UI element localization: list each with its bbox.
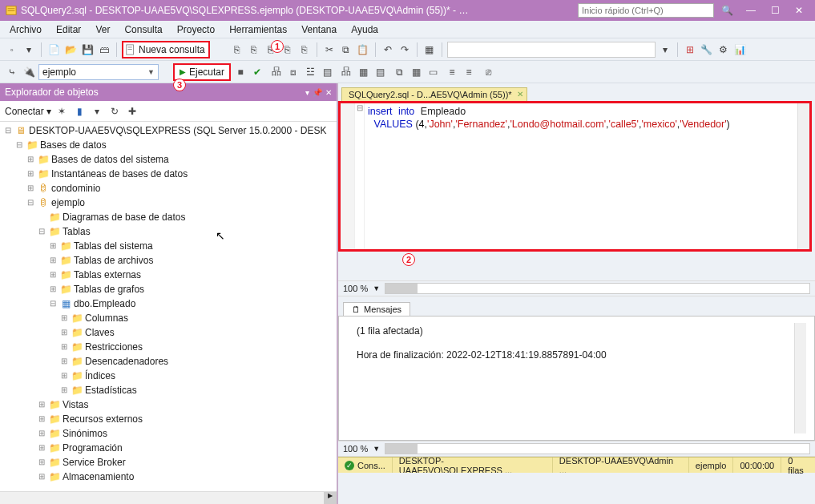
menu-herramientas[interactable]: Herramientas <box>223 22 293 37</box>
filter-icon[interactable]: ▾ <box>90 104 104 119</box>
tree-claves[interactable]: Claves <box>85 325 115 340</box>
results-grid-icon[interactable]: ▦ <box>356 65 370 79</box>
parse-icon[interactable]: ✔ <box>250 65 264 79</box>
tree-triggers[interactable]: Desencadenadores <box>85 354 168 369</box>
editor-code[interactable]: insert into Empleado VALUES (4,'John','F… <box>365 103 797 249</box>
change-conn-icon[interactable]: 🔌 <box>22 65 36 79</box>
uncomment-icon[interactable]: ▦ <box>409 65 423 79</box>
tree-restr[interactable]: Restricciones <box>85 340 143 354</box>
hscroll-right[interactable]: ▶ <box>324 492 337 504</box>
menu-proyecto[interactable]: Proyecto <box>171 22 221 37</box>
disconnect-icon[interactable]: ✶ <box>54 104 69 119</box>
xml-icon[interactable]: ⎘ <box>230 42 244 57</box>
tree-vistas[interactable]: Vistas <box>63 397 88 412</box>
panel-options-icon[interactable]: ▾ <box>305 88 309 97</box>
properties-icon[interactable]: 🔧 <box>700 42 714 57</box>
client-stats-icon[interactable]: 品 <box>339 65 353 79</box>
minimize-button[interactable]: — <box>740 2 762 18</box>
connect-dropdown[interactable]: Conectar ▾ <box>5 106 51 117</box>
outdent-icon[interactable]: ≡ <box>445 65 459 79</box>
tree-indices[interactable]: Índices <box>85 369 115 383</box>
filter2-icon[interactable]: ✚ <box>125 104 139 119</box>
menu-editar[interactable]: Editar <box>50 22 87 37</box>
comment-icon[interactable]: ⧉ <box>392 65 406 79</box>
object-tree[interactable]: ⊟🖥DESKTOP-UAAE5VQ\SQLEXPRESS (SQL Server… <box>0 122 337 491</box>
editor-vscrollbar[interactable] <box>797 103 809 249</box>
plan-icon[interactable]: ⧈ <box>286 65 301 79</box>
tree-bases[interactable]: Bases de datos <box>40 138 107 152</box>
fwd-icon[interactable]: ▾ <box>22 42 36 57</box>
tree-prog[interactable]: Programación <box>63 441 123 455</box>
save-icon[interactable]: 💾 <box>80 42 95 57</box>
paste-icon[interactable]: 📋 <box>356 42 370 57</box>
panel-pin-icon[interactable]: 📌 <box>313 88 322 97</box>
tree-sb[interactable]: Service Broker <box>63 455 126 470</box>
find-icon[interactable]: ▦ <box>422 42 437 57</box>
use-db-icon[interactable]: ⤷ <box>5 65 19 79</box>
dropdown-icon[interactable]: ▾ <box>658 42 672 57</box>
xml2-icon[interactable]: ⎘ <box>247 42 261 57</box>
stop-icon[interactable]: ▮ <box>72 104 87 119</box>
redo-icon[interactable]: ↷ <box>397 42 412 57</box>
tree-tablas-arch[interactable]: Tablas de archivos <box>74 253 153 268</box>
registered-servers-icon[interactable]: ⊞ <box>683 42 697 57</box>
panel-close-icon[interactable]: ✕ <box>325 88 332 97</box>
debug-icon[interactable]: ■ <box>233 65 248 79</box>
tab-close-icon[interactable]: ✕ <box>517 90 523 99</box>
open-icon[interactable]: 📂 <box>63 42 78 57</box>
indent2-icon[interactable]: ≡ <box>462 65 476 79</box>
tree-tablas-ext[interactable]: Tablas externas <box>74 268 141 282</box>
menu-ayuda[interactable]: Ayuda <box>345 22 385 37</box>
sql-editor[interactable]: ⊟ insert into Empleado VALUES (4,'John',… <box>338 101 812 252</box>
messages-vscrollbar[interactable] <box>794 323 806 433</box>
new-project-icon[interactable]: 📄 <box>46 42 61 57</box>
ejecutar-button[interactable]: ▶ Ejecutar <box>173 63 231 81</box>
menu-ver[interactable]: Ver <box>89 22 116 37</box>
toolbox-icon[interactable]: ⚙ <box>716 42 731 57</box>
tree-columnas[interactable]: Columnas <box>85 311 128 325</box>
messages-hscrollbar[interactable] <box>385 443 810 454</box>
tree-tablas[interactable]: Tablas <box>63 224 91 239</box>
zoom2-value[interactable]: 100 % <box>343 444 368 454</box>
tree-tablas-graf[interactable]: Tablas de grafos <box>74 282 144 296</box>
chevron-down-icon[interactable]: ▼ <box>373 284 380 292</box>
copy-icon[interactable]: ⧉ <box>339 42 353 57</box>
nueva-consulta-button[interactable]: Nueva consulta <box>122 41 210 58</box>
cut-icon[interactable]: ✂ <box>322 42 337 57</box>
menu-archivo[interactable]: Archivo <box>3 22 48 37</box>
editor-hscrollbar[interactable] <box>385 283 810 294</box>
tree-sinonimos[interactable]: Sinónimos <box>63 426 107 441</box>
tree-alm[interactable]: Almacenamiento <box>63 470 134 484</box>
specify-values-icon[interactable]: ⎚ <box>481 65 495 79</box>
zoom-value[interactable]: 100 % <box>343 284 368 293</box>
estimated-plan-icon[interactable]: 品 <box>269 65 284 79</box>
indent-icon[interactable]: ▭ <box>426 65 440 79</box>
search-icon[interactable]: 🔍 <box>716 2 738 18</box>
chevron-down-icon[interactable]: ▼ <box>373 445 380 453</box>
tree-ejemplo[interactable]: ejemplo <box>51 196 85 210</box>
live-stats-icon[interactable]: ▤ <box>320 65 334 79</box>
save-all-icon[interactable]: 🗃 <box>97 42 111 57</box>
database-dropdown[interactable]: ejemplo ▼ <box>38 64 159 80</box>
quick-launch-input[interactable] <box>578 3 714 18</box>
tree-stats[interactable]: Estadísticas <box>85 383 137 397</box>
tree-condominio[interactable]: condominio <box>51 181 100 196</box>
undo-icon[interactable]: ↶ <box>381 42 395 57</box>
menu-consulta[interactable]: Consulta <box>118 22 168 37</box>
menu-ventana[interactable]: Ventana <box>295 22 343 37</box>
activity-icon[interactable]: 📊 <box>733 42 748 57</box>
include-plan-icon[interactable]: ☳ <box>303 65 317 79</box>
messages-tab[interactable]: 🗒 Mensajes <box>343 302 410 316</box>
tree-root[interactable]: DESKTOP-UAAE5VQ\SQLEXPRESS (SQL Server 1… <box>29 123 326 138</box>
tree-recext[interactable]: Recursos externos <box>63 412 143 426</box>
tree-bases-sys[interactable]: Bases de datos del sistema <box>51 152 169 167</box>
xml5-icon[interactable]: ⎘ <box>297 42 312 57</box>
refresh-icon[interactable]: ↻ <box>107 104 122 119</box>
document-tab[interactable]: SQLQuery2.sql - D...AE5VQ\Admin (55))* ✕ <box>341 87 527 101</box>
maximize-button[interactable]: ☐ <box>764 2 786 18</box>
results-text-icon[interactable]: ▤ <box>373 65 387 79</box>
close-button[interactable]: ✕ <box>788 2 810 18</box>
tree-diagramas[interactable]: Diagramas de base de datos <box>63 210 185 224</box>
tree-tablas-sys[interactable]: Tablas del sistema <box>74 239 153 253</box>
back-icon[interactable]: ◦ <box>5 42 19 57</box>
